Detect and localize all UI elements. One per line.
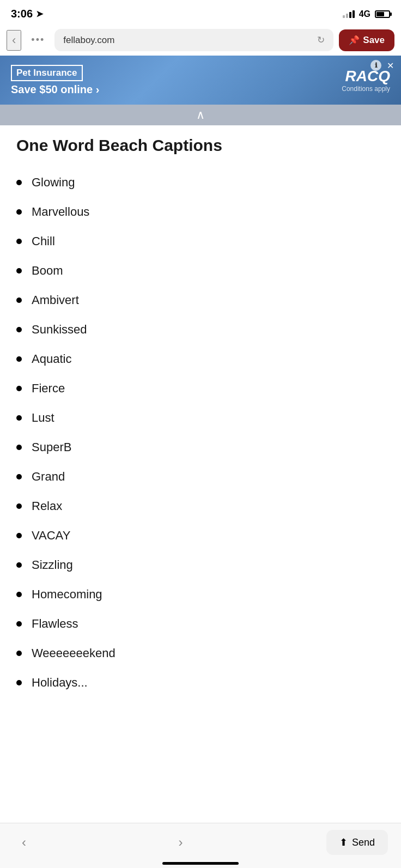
caption-item-text: Weeeeeeekend [32,646,116,660]
battery-icon [375,10,390,18]
bullet-icon [16,562,22,568]
bullet-icon [16,592,22,597]
reload-icon[interactable]: ↻ [317,34,325,46]
list-item: Flawless [16,609,385,639]
bullet-icon [16,621,22,627]
ad-conditions: Conditions apply [342,85,390,93]
caption-item-text: Holidays... [32,676,88,690]
bullet-icon [16,239,22,244]
ad-banner: Pet Insurance Save $50 online › RACQ Con… [0,56,401,105]
list-item: Marvellous [16,197,385,227]
list-item: SuperB [16,433,385,462]
caption-item-text: Ambivert [32,293,79,307]
list-item: Sizzling [16,550,385,580]
browser-bar: ‹ ••• fellaboy.com ↻ 📌 Save [0,25,401,56]
back-button[interactable]: ‹ [7,30,21,51]
ad-save-text: Save $50 online › [11,83,99,96]
caption-item-text: Sunkissed [32,323,87,337]
caption-list: GlowingMarvellousChillBoomAmbivertSunkis… [16,168,385,697]
status-bar: 3:06 ➤ 4G [0,0,401,25]
url-text: fellaboy.com [63,35,114,46]
bullet-icon [16,533,22,538]
caption-item-text: Chill [32,234,55,248]
signal-bars [343,10,355,18]
ad-right: RACQ Conditions apply [342,68,390,93]
caption-item-text: Flawless [32,617,78,631]
bullet-icon [16,209,22,215]
bullet-icon [16,268,22,274]
list-item: Chill [16,227,385,256]
home-indicator [162,862,239,865]
caption-item-text: SuperB [32,440,71,454]
ad-pet-insurance-label: Pet Insurance [11,65,83,81]
caption-item-text: Glowing [32,175,75,190]
list-item: Holidays... [16,668,385,697]
list-item: Ambivert [16,286,385,315]
bullet-icon [16,474,22,479]
network-type: 4G [359,9,370,19]
scroll-indicator: ∧ [0,105,401,125]
bullet-icon [16,680,22,685]
caption-item-text: Grand [32,470,65,484]
pin-icon: 📌 [349,35,360,45]
nav-back-button[interactable]: ‹ [13,830,35,854]
caption-item-text: Boom [32,264,63,278]
bottom-nav: ‹ › ⬆ Send [0,823,401,868]
list-item: VACAY [16,521,385,550]
list-item: Grand [16,462,385,491]
caption-item-text: Homecoming [32,587,102,602]
location-icon: ➤ [36,9,43,19]
caption-item-text: Marvellous [32,205,89,219]
bullet-icon [16,415,22,421]
list-item: Fierce [16,374,385,403]
bullet-icon [16,445,22,450]
list-item: Aquatic [16,344,385,374]
bullet-icon [16,298,22,303]
send-icon: ⬆ [339,836,348,848]
main-content: One Word Beach Captions GlowingMarvellou… [0,125,401,763]
nav-forward-button[interactable]: › [169,830,191,854]
list-item: Sunkissed [16,315,385,344]
save-button[interactable]: 📌 Save [339,29,394,51]
ad-close-button[interactable]: ✕ [385,60,396,71]
page-title: One Word Beach Captions [16,136,385,155]
chevron-up-icon: ∧ [196,109,205,121]
bullet-icon [16,180,22,185]
racq-logo: RACQ [345,68,390,85]
caption-item-text: Relax [32,499,62,513]
caption-item-text: Aquatic [32,352,71,366]
caption-item-text: Lust [32,411,54,425]
url-bar[interactable]: fellaboy.com ↻ [54,29,333,51]
list-item: Glowing [16,168,385,197]
bullet-icon [16,327,22,332]
bullet-icon [16,651,22,656]
bullet-icon [16,356,22,362]
more-button[interactable]: ••• [27,32,49,48]
ad-left: Pet Insurance Save $50 online › [11,65,99,96]
caption-item-text: VACAY [32,529,70,543]
send-button[interactable]: ⬆ Send [326,830,388,855]
caption-item-text: Fierce [32,381,65,396]
status-time: 3:06 ➤ [11,8,43,20]
list-item: Boom [16,256,385,286]
bullet-icon [16,503,22,509]
status-right: 4G [343,9,390,19]
bullet-icon [16,386,22,391]
list-item: Homecoming [16,580,385,609]
list-item: Lust [16,403,385,433]
caption-item-text: Sizzling [32,558,73,572]
list-item: Relax [16,491,385,521]
ad-info-button[interactable]: ℹ [370,60,381,71]
list-item: Weeeeeeekend [16,639,385,668]
